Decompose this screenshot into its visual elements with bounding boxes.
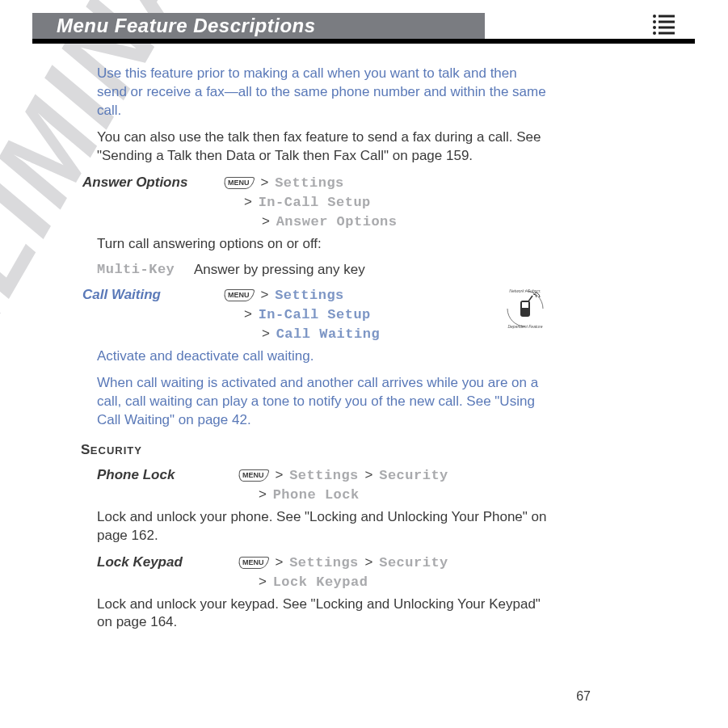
header-title: Menu Feature Descriptions (57, 15, 316, 37)
network-dependent-badge: Network / Subscr. Dependent Feature (501, 286, 549, 331)
svg-line-11 (528, 296, 532, 301)
pl-p1a: Settings (289, 468, 359, 483)
lk-p1b: Security (379, 555, 448, 570)
phone-lock-label: Phone Lock (97, 466, 238, 485)
lock-keypad-desc: Lock and unlock your keypad. See "Lockin… (97, 595, 549, 633)
cw-path1: Settings (275, 288, 344, 303)
phone-lock-desc: Lock and unlock your phone. See "Locking… (97, 508, 549, 545)
intro-paragraph-1: Use this feature prior to making a call … (97, 65, 549, 120)
multikey-desc: Answer by pressing any key (194, 261, 365, 280)
svg-rect-0 (649, 10, 678, 39)
header-bar: Menu Feature Descriptions (32, 13, 485, 39)
svg-rect-2 (659, 15, 675, 18)
cw-path3: Call Waiting (276, 326, 380, 342)
security-heading-text: ECURITY (90, 444, 142, 457)
lk-p2: Lock Keypad (273, 574, 368, 590)
lock-keypad-label: Lock Keypad (97, 553, 238, 572)
call-waiting-desc2: When call waiting is activated and anoth… (97, 374, 549, 430)
page-content: Use this feature prior to making a call … (97, 65, 549, 640)
lk-p1a: Settings (289, 555, 359, 570)
menu-key-icon: MENU (222, 289, 255, 301)
path-answeropts: Answer Options (276, 214, 398, 229)
svg-point-3 (653, 20, 656, 23)
cw-path2: In-Call Setup (259, 307, 371, 322)
svg-rect-4 (659, 21, 675, 23)
intro-paragraph-2: You can also use the talk then fax featu… (97, 128, 549, 166)
answer-options-section: Answer Options MENU> Settings > In-Call … (97, 174, 549, 232)
page-header: Menu Feature Descriptions (0, 8, 728, 44)
svg-point-1 (653, 15, 656, 18)
call-waiting-section: Call Waiting MENU> Settings > In-Call Se… (97, 286, 549, 344)
answer-options-label: Answer Options (82, 174, 224, 192)
header-underline (32, 39, 695, 44)
page-number: 67 (576, 689, 591, 704)
menu-key-icon: MENU (237, 469, 269, 482)
svg-point-7 (653, 32, 656, 35)
phone-lock-section: Phone Lock MENU> Settings > Security > P… (97, 466, 549, 505)
multikey-row: Multi-Key Answer by pressing any key (97, 261, 549, 280)
path-settings: Settings (275, 175, 344, 191)
svg-text:Dependent Feature: Dependent Feature (507, 324, 542, 329)
multikey-label: Multi-Key (97, 261, 194, 280)
call-waiting-label: Call Waiting (82, 286, 224, 305)
security-heading: SECURITY (81, 441, 549, 460)
lock-keypad-path: MENU> Settings > Security > Lock Keypad (238, 553, 549, 592)
path-incall: In-Call Setup (259, 195, 371, 210)
phone-lock-path: MENU> Settings > Security > Phone Lock (238, 466, 549, 505)
svg-rect-6 (659, 27, 675, 29)
lock-keypad-section: Lock Keypad MENU> Settings > Security > … (97, 553, 549, 592)
svg-point-5 (653, 26, 656, 29)
menu-key-icon: MENU (237, 557, 269, 569)
list-icon (647, 8, 680, 44)
svg-rect-10 (522, 302, 528, 308)
pl-p2: Phone Lock (273, 487, 360, 503)
menu-key-icon: MENU (222, 177, 255, 189)
svg-text:Network / Subscr.: Network / Subscr. (509, 288, 541, 293)
answer-options-path: MENU> Settings > In-Call Setup > Answer … (224, 174, 549, 232)
svg-rect-8 (659, 32, 675, 35)
answer-options-desc: Turn call answering options on or off: (97, 235, 549, 254)
call-waiting-desc1: Activate and deactivate call waiting. (97, 347, 549, 366)
pl-p1b: Security (379, 468, 448, 483)
